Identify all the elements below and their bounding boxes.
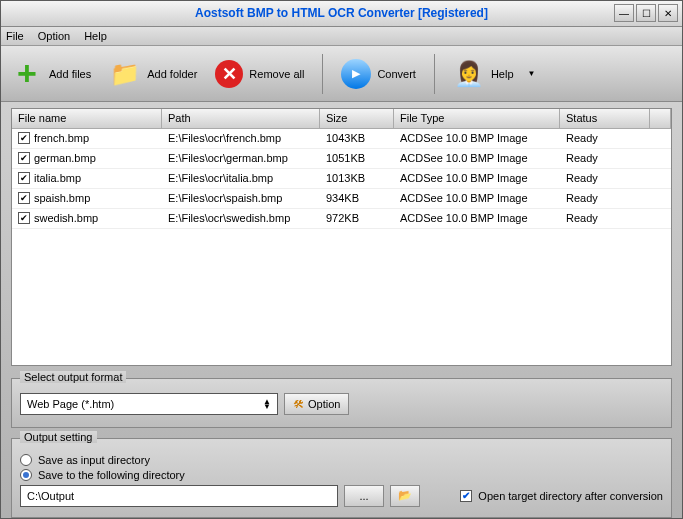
output-section-title: Output setting <box>20 431 97 443</box>
cell-size: 1013KB <box>326 172 365 184</box>
chevron-down-icon: ▼ <box>528 69 536 78</box>
cell-filetype: ACDSee 10.0 BMP Image <box>400 192 528 204</box>
radio-save-to-following-row[interactable]: Save to the following directory <box>20 469 663 481</box>
cell-path: E:\Files\ocr\spaish.bmp <box>168 192 282 204</box>
row-checkbox[interactable]: ✔ <box>18 132 30 144</box>
cell-status: Ready <box>566 212 598 224</box>
output-path-input[interactable]: C:\Output <box>20 485 338 507</box>
cell-status: Ready <box>566 132 598 144</box>
radio-save-to-following[interactable] <box>20 469 32 481</box>
cell-filetype: ACDSee 10.0 BMP Image <box>400 212 528 224</box>
format-option-button[interactable]: 🛠 Option <box>284 393 349 415</box>
toolbar-divider <box>322 54 323 94</box>
browse-button[interactable]: ... <box>344 485 384 507</box>
radio-save-as-input-label: Save as input directory <box>38 454 150 466</box>
help-label: Help <box>491 68 514 80</box>
cell-path: E:\Files\ocr\german.bmp <box>168 152 288 164</box>
open-target-label: Open target directory after conversion <box>478 490 663 502</box>
output-path-row: C:\Output ... 📂 ✔ Open target directory … <box>20 485 663 507</box>
output-format-section: Select output format Web Page (*.htm) ▲▼… <box>11 378 672 428</box>
close-button[interactable]: ✕ <box>658 4 678 22</box>
col-header-pad <box>650 109 671 128</box>
convert-button[interactable]: ▶ Convert <box>341 59 416 89</box>
play-icon: ▶ <box>341 59 371 89</box>
toolbar-divider-2 <box>434 54 435 94</box>
radio-save-to-following-label: Save to the following directory <box>38 469 185 481</box>
cell-size: 934KB <box>326 192 359 204</box>
cell-filetype: ACDSee 10.0 BMP Image <box>400 132 528 144</box>
table-row[interactable]: ✔french.bmpE:\Files\ocr\french.bmp1043KB… <box>12 129 671 149</box>
radio-save-as-input[interactable] <box>20 454 32 466</box>
cell-path: E:\Files\ocr\swedish.bmp <box>168 212 290 224</box>
remove-icon: ✕ <box>215 60 243 88</box>
spinner-arrows-icon: ▲▼ <box>263 399 271 409</box>
row-checkbox[interactable]: ✔ <box>18 212 30 224</box>
cell-size: 1051KB <box>326 152 365 164</box>
row-checkbox[interactable]: ✔ <box>18 152 30 164</box>
remove-all-label: Remove all <box>249 68 304 80</box>
minimize-button[interactable]: — <box>614 4 634 22</box>
col-header-path[interactable]: Path <box>162 109 320 128</box>
cell-filename: italia.bmp <box>34 172 81 184</box>
grid-body: ✔french.bmpE:\Files\ocr\french.bmp1043KB… <box>12 129 671 229</box>
col-header-status[interactable]: Status <box>560 109 650 128</box>
format-option-label: Option <box>308 398 340 410</box>
file-grid: File name Path Size File Type Status ✔fr… <box>11 108 672 367</box>
col-header-filename[interactable]: File name <box>12 109 162 128</box>
output-path-value: C:\Output <box>27 490 74 502</box>
cell-filetype: ACDSee 10.0 BMP Image <box>400 152 528 164</box>
table-row[interactable]: ✔german.bmpE:\Files\ocr\german.bmp1051KB… <box>12 149 671 169</box>
radio-save-as-input-row[interactable]: Save as input directory <box>20 454 663 466</box>
open-folder-button[interactable]: 📂 <box>390 485 420 507</box>
menu-help[interactable]: Help <box>84 30 107 42</box>
col-header-filetype[interactable]: File Type <box>394 109 560 128</box>
window-title: Aostsoft BMP to HTML OCR Converter [Regi… <box>195 6 488 20</box>
open-target-row[interactable]: ✔ Open target directory after conversion <box>460 490 663 502</box>
remove-all-button[interactable]: ✕ Remove all <box>215 60 304 88</box>
table-row[interactable]: ✔swedish.bmpE:\Files\ocr\swedish.bmp972K… <box>12 209 671 229</box>
window-controls: — ☐ ✕ <box>614 4 678 22</box>
add-files-label: Add files <box>49 68 91 80</box>
cell-filename: spaish.bmp <box>34 192 90 204</box>
cell-path: E:\Files\ocr\italia.bmp <box>168 172 273 184</box>
app-window: Aostsoft BMP to HTML OCR Converter [Regi… <box>0 0 683 519</box>
add-files-button[interactable]: + Add files <box>11 58 91 90</box>
add-folder-label: Add folder <box>147 68 197 80</box>
menu-file[interactable]: File <box>6 30 24 42</box>
open-target-checkbox[interactable]: ✔ <box>460 490 472 502</box>
browse-label: ... <box>359 490 368 502</box>
toolbar: + Add files 📁 Add folder ✕ Remove all ▶ … <box>1 46 682 101</box>
output-setting-section: Output setting Save as input directory S… <box>11 438 672 518</box>
cell-filename: swedish.bmp <box>34 212 98 224</box>
plus-icon: + <box>11 58 43 90</box>
cell-filename: german.bmp <box>34 152 96 164</box>
format-dropdown[interactable]: Web Page (*.htm) ▲▼ <box>20 393 278 415</box>
convert-label: Convert <box>377 68 416 80</box>
cell-filename: french.bmp <box>34 132 89 144</box>
folder-open-icon: 📂 <box>398 489 412 502</box>
help-button[interactable]: 👩‍💼 Help ▼ <box>453 58 536 90</box>
folder-icon: 📁 <box>109 58 141 90</box>
help-icon: 👩‍💼 <box>453 58 485 90</box>
cell-status: Ready <box>566 192 598 204</box>
row-checkbox[interactable]: ✔ <box>18 192 30 204</box>
maximize-button[interactable]: ☐ <box>636 4 656 22</box>
cell-size: 972KB <box>326 212 359 224</box>
tools-icon: 🛠 <box>293 398 304 410</box>
grid-header: File name Path Size File Type Status <box>12 109 671 129</box>
titlebar: Aostsoft BMP to HTML OCR Converter [Regi… <box>1 1 682 27</box>
add-folder-button[interactable]: 📁 Add folder <box>109 58 197 90</box>
menu-option[interactable]: Option <box>38 30 70 42</box>
cell-path: E:\Files\ocr\french.bmp <box>168 132 281 144</box>
cell-status: Ready <box>566 152 598 164</box>
table-row[interactable]: ✔spaish.bmpE:\Files\ocr\spaish.bmp934KBA… <box>12 189 671 209</box>
menubar: File Option Help <box>1 27 682 47</box>
cell-size: 1043KB <box>326 132 365 144</box>
cell-status: Ready <box>566 172 598 184</box>
col-header-size[interactable]: Size <box>320 109 394 128</box>
cell-filetype: ACDSee 10.0 BMP Image <box>400 172 528 184</box>
format-selected: Web Page (*.htm) <box>27 398 114 410</box>
table-row[interactable]: ✔italia.bmpE:\Files\ocr\italia.bmp1013KB… <box>12 169 671 189</box>
format-section-title: Select output format <box>20 371 126 383</box>
row-checkbox[interactable]: ✔ <box>18 172 30 184</box>
